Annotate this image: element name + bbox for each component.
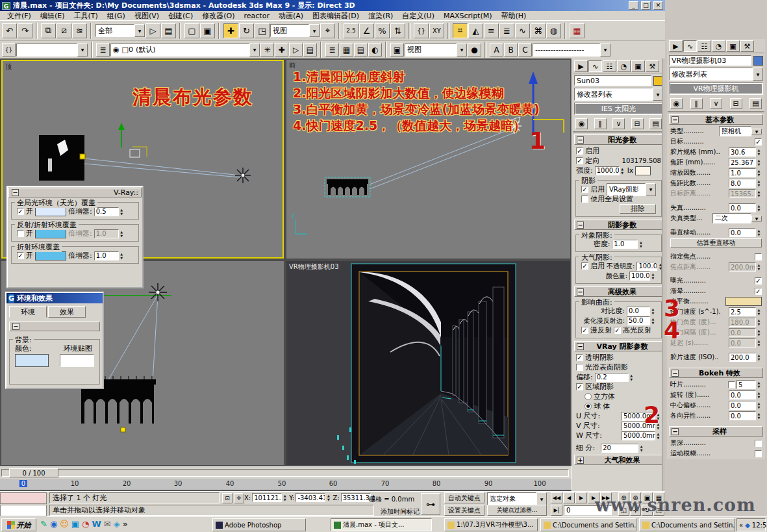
menu-modifiers[interactable]: 修改器(O) [197, 11, 239, 21]
refl-mult-field[interactable]: 1.0 [94, 229, 119, 238]
schematic2-icon[interactable]: ▤ [354, 43, 368, 57]
tab-create-icon[interactable]: ▶ [669, 40, 683, 52]
spinner[interactable] [638, 444, 644, 452]
close-icon[interactable]: ✕ [653, 1, 663, 10]
named-sel-edit-icon[interactable]: {} [2, 43, 16, 57]
collapse-icon[interactable] [577, 222, 584, 229]
rollout-adv-effects[interactable]: 高级效果 [574, 286, 663, 297]
tab-effects[interactable]: 效果 [48, 306, 86, 318]
configure-modifier-icon[interactable]: ▤ [749, 98, 762, 109]
stack-item-vray-camera[interactable]: VR物理摄影机 [670, 84, 762, 94]
collapse-icon[interactable] [577, 343, 584, 350]
select-by-name-icon[interactable]: ▤ [161, 23, 176, 38]
xy-constraint-icon[interactable]: XY [429, 23, 444, 38]
absolute-mode-icon[interactable]: ✛ [234, 493, 244, 503]
sun-color-swatch[interactable] [635, 166, 651, 175]
quick-render-icon[interactable]: ● [468, 43, 481, 57]
expand-icon[interactable] [577, 457, 584, 464]
menu-rendering[interactable]: 渲染(R) [364, 11, 397, 21]
vray-rollout-header[interactable]: V-Ray:: [8, 188, 142, 197]
start-button[interactable]: 开始 [1, 518, 36, 531]
preset-list-dropdown[interactable]: ------------------- [533, 44, 610, 57]
render-preset-c-icon[interactable]: C [518, 43, 532, 57]
auto-key-button[interactable]: 自动关键点 [444, 492, 484, 503]
spinner[interactable] [629, 374, 635, 381]
exposure-checkbox[interactable]: ✓ [755, 277, 762, 285]
menu-edit[interactable]: 编辑(E) [36, 11, 69, 21]
configure-modifier-icon[interactable]: ▤ [649, 118, 662, 129]
motion-blur-checkbox[interactable] [755, 450, 762, 457]
angle-snap-icon[interactable]: ∠ [359, 23, 374, 38]
snap-25d-icon[interactable]: 2.5 [344, 23, 358, 38]
collapse-icon[interactable] [672, 116, 679, 123]
menu-tools[interactable]: 工具(T) [69, 11, 102, 21]
add-time-tag[interactable]: 添加时间标记 [381, 507, 420, 516]
background-color-swatch[interactable] [15, 354, 49, 367]
track-bar[interactable]: 0 10 20 30 40 50 60 70 80 90 100 [0, 479, 572, 491]
key-filters-button[interactable]: 关键点过滤器... [487, 505, 547, 516]
viewport-camera[interactable]: VR物理摄影机03 [286, 261, 570, 465]
rollout-vray-shadow[interactable]: VRay 阴影参数 [574, 341, 663, 351]
spinner[interactable] [756, 229, 762, 236]
task-folder-2[interactable]: C:\Documents and Settin... [540, 518, 636, 531]
object-name-field[interactable]: Sun03 [574, 75, 651, 86]
fnumber-field[interactable]: 8.0 [729, 179, 756, 188]
refr-color-swatch[interactable] [35, 251, 66, 260]
intensity-field[interactable]: 1000.0 [595, 166, 620, 175]
collapse-icon[interactable] [577, 288, 584, 296]
gi-color-swatch[interactable] [35, 207, 66, 216]
tab-motion-icon[interactable]: ◔ [712, 40, 725, 52]
quicklaunch-more-icon[interactable]: » [123, 519, 128, 529]
spinner[interactable] [119, 208, 125, 216]
time-slider-handle[interactable]: 0 / 100 [9, 468, 58, 477]
align-icon[interactable]: ≡ [484, 23, 499, 38]
make-unique-icon[interactable]: ∨ [612, 118, 625, 129]
collapse-icon[interactable] [672, 428, 679, 435]
refl-color-swatch[interactable] [35, 229, 66, 238]
pin-stack-icon[interactable]: ◉ [575, 118, 588, 129]
dropdown-arrow-icon[interactable] [536, 492, 547, 505]
transparent-shadow-checkbox[interactable]: ✓ [576, 354, 583, 361]
key-selection-dropdown[interactable]: 选定对象 [487, 492, 547, 505]
tab-create-icon[interactable]: ▶ [574, 60, 588, 72]
sphere-radio[interactable]: ● [585, 403, 592, 410]
bias-field[interactable]: 0.2 [595, 373, 629, 382]
quicklaunch-icon-7[interactable]: ✉ [104, 519, 111, 529]
dropdown-arrow-icon[interactable] [457, 44, 467, 57]
undo-icon[interactable]: ↶ [2, 23, 17, 38]
env-rollout-header[interactable] [9, 322, 100, 331]
dropdown-arrow-icon[interactable] [751, 216, 762, 222]
viewport-front[interactable]: 前 1.清晨阳光角度斜射 2.阳光区域阴影加大数值，使边缘模糊 3.白平衡加黄，… [286, 60, 570, 259]
specify-focus-checkbox[interactable] [755, 253, 762, 260]
make-unique-icon[interactable]: ∨ [710, 98, 722, 109]
shutter-speed-field[interactable]: 2.5 [729, 307, 756, 316]
spinner[interactable] [756, 169, 762, 177]
tab-environment[interactable]: 环境 [9, 306, 47, 318]
spinner[interactable] [638, 240, 644, 248]
dropdown-arrow-icon[interactable] [600, 44, 610, 57]
rollout-atmospheres[interactable]: 大气和效果 [574, 455, 663, 465]
task-photoshop[interactable]: Adobe Photoshop [212, 518, 306, 531]
tab-modify-icon[interactable]: ∿ [588, 60, 602, 72]
opacity-field[interactable]: 100.0 [636, 262, 657, 271]
key-mode-icon[interactable]: ▶| [551, 505, 562, 516]
env-map-button[interactable] [60, 354, 94, 367]
rollout-shadow-params[interactable]: 阴影参数 [574, 220, 663, 230]
spinner[interactable] [325, 494, 331, 501]
spinner[interactable] [756, 308, 762, 316]
quicklaunch-icon-5[interactable]: ◔ [82, 519, 89, 529]
diffuse-checkbox[interactable]: ✓ [581, 327, 588, 334]
schematic-view-icon[interactable]: ⌘ [531, 23, 546, 38]
previous-frame-icon[interactable]: ◀ [563, 492, 575, 503]
menu-reactor[interactable]: reactor [240, 12, 274, 20]
quicklaunch-icon-6[interactable]: W [92, 519, 101, 529]
tab-display-icon[interactable]: ▣ [726, 40, 740, 52]
curve-editor-icon[interactable]: ∿ [515, 23, 530, 38]
anisotropy-field[interactable]: 0.0 [729, 411, 756, 420]
modifier-list-dropdown[interactable]: 修改器列表 [574, 88, 663, 101]
move-icon[interactable]: ✚ [223, 23, 238, 38]
zoom-factor-field[interactable]: 1.0 [729, 168, 756, 177]
minimize-icon[interactable]: _ [629, 1, 638, 10]
maximize-icon[interactable]: □ [641, 1, 651, 10]
play-icon[interactable]: ▶ [575, 492, 587, 503]
